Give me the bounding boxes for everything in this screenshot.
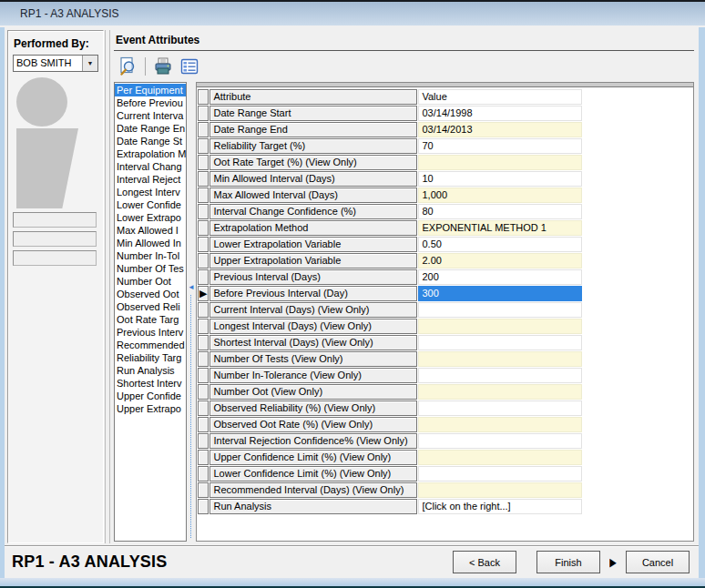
attribute-cell[interactable]: Number Of Tests (View Only) — [209, 351, 417, 367]
value-cell[interactable]: 1,000 — [418, 188, 582, 203]
row-marker-cell[interactable] — [198, 269, 209, 285]
row-marker-cell[interactable] — [198, 171, 209, 187]
value-cell[interactable] — [418, 351, 582, 367]
list-item[interactable]: Observed Oot — [115, 288, 186, 300]
attribute-cell[interactable]: Date Range End — [209, 122, 417, 137]
list-item[interactable]: Interval Chang — [115, 160, 186, 173]
list-item[interactable]: Extrapolation M — [115, 147, 186, 160]
attribute-cell[interactable]: Longest Interval (Days) (View Only) — [209, 319, 417, 334]
list-item[interactable]: Min Allowed In — [115, 237, 186, 249]
list-item[interactable]: Number Oot — [115, 275, 186, 288]
value-cell[interactable]: 03/14/2013 — [418, 122, 582, 137]
row-marker-cell[interactable] — [198, 417, 209, 432]
list-item[interactable]: Date Range St — [115, 135, 186, 147]
collapse-left-icon[interactable]: ◄ — [188, 284, 195, 291]
dropdown-arrow-button[interactable]: ▼ — [82, 56, 97, 71]
value-cell[interactable]: EXPONENTIAL METHOD 1 — [418, 220, 582, 236]
attribute-cell[interactable]: Current Interval (Days) (View Only) — [209, 302, 417, 318]
row-marker-cell[interactable] — [198, 450, 209, 465]
row-marker-cell[interactable] — [198, 106, 209, 121]
value-cell[interactable]: [Click on the right...] — [418, 499, 582, 514]
value-cell[interactable]: 0.50 — [418, 237, 582, 252]
report-view-button[interactable] — [179, 56, 200, 77]
value-cell[interactable] — [418, 466, 582, 482]
list-item[interactable]: Date Range En — [115, 122, 186, 135]
value-column-header[interactable]: Value — [418, 89, 582, 105]
list-item[interactable]: Lower Extrapo — [115, 211, 186, 224]
value-cell[interactable]: 03/14/1998 — [418, 106, 582, 121]
attribute-cell[interactable]: Extrapolation Method — [209, 220, 417, 236]
row-marker-cell[interactable] — [198, 138, 209, 154]
row-marker-cell[interactable] — [198, 237, 209, 252]
value-cell[interactable] — [418, 155, 582, 170]
attribute-cell[interactable]: Run Analysis — [209, 499, 417, 514]
attribute-cell[interactable]: Min Allowed Interval (Days) — [209, 171, 417, 187]
list-item[interactable]: Number Of Tes — [115, 262, 186, 275]
row-marker-cell[interactable] — [198, 319, 209, 334]
value-cell[interactable] — [418, 384, 582, 400]
panel-splitter[interactable] — [105, 30, 110, 543]
value-cell[interactable] — [418, 482, 582, 498]
row-marker-cell[interactable] — [198, 368, 209, 383]
attribute-cell[interactable]: Before Previous Interval (Day) — [209, 286, 417, 301]
value-cell[interactable] — [418, 335, 582, 350]
value-cell[interactable]: 10 — [418, 171, 582, 187]
list-item[interactable]: Previous Interv — [115, 326, 186, 339]
current-row-marker-icon[interactable]: ▶ — [198, 286, 209, 301]
value-cell[interactable] — [418, 368, 582, 383]
print-preview-button[interactable] — [117, 56, 138, 77]
list-item[interactable]: Number In-Tol — [115, 249, 186, 262]
attribute-cell[interactable]: Number Oot (View Only) — [209, 384, 417, 400]
attribute-cell[interactable]: Number In-Tolerance (View Only) — [209, 368, 417, 383]
attribute-cell[interactable]: Reliability Target (%) — [209, 138, 417, 154]
list-item[interactable]: Max Allowed I — [115, 224, 186, 237]
attribute-cell[interactable]: Observed Oot Rate (%) (View Only) — [209, 417, 417, 432]
value-cell[interactable] — [418, 400, 582, 416]
row-marker-cell[interactable] — [198, 433, 209, 449]
value-cell[interactable]: 200 — [418, 269, 582, 285]
list-grid-splitter[interactable]: ◄ — [187, 82, 196, 542]
attribute-cell[interactable]: Max Allowed Interval (Days) — [209, 188, 417, 203]
value-cell[interactable] — [418, 319, 582, 334]
attribute-cell[interactable]: Interval Rejection Confidence% (View Onl… — [209, 433, 417, 449]
row-marker-cell[interactable] — [198, 122, 209, 137]
row-marker-cell[interactable] — [198, 302, 209, 318]
list-item[interactable]: Reliability Targ — [115, 351, 186, 364]
list-item[interactable]: Upper Extrapo — [115, 402, 186, 415]
list-item[interactable]: Run Analysis — [115, 364, 186, 377]
value-cell[interactable] — [418, 302, 582, 318]
row-marker-cell[interactable] — [198, 155, 209, 170]
performed-by-dropdown[interactable]: BOB SMITH ▼ — [13, 55, 98, 72]
list-item[interactable]: Lower Confide — [115, 198, 186, 211]
value-cell[interactable]: 70 — [418, 138, 582, 154]
list-item[interactable]: Observed Reli — [115, 300, 186, 313]
value-cell[interactable] — [418, 433, 582, 449]
row-marker-cell[interactable] — [198, 482, 209, 498]
list-item[interactable]: Per Equipment — [115, 84, 186, 96]
attribute-cell[interactable]: Interval Change Confidence (%) — [209, 204, 417, 219]
value-cell[interactable] — [418, 450, 582, 465]
value-cell[interactable]: 2.00 — [418, 253, 582, 269]
next-panel-arrow-icon[interactable]: ▶ — [609, 555, 617, 569]
row-marker-cell[interactable] — [198, 400, 209, 416]
row-marker-cell[interactable] — [198, 253, 209, 269]
list-item[interactable]: Recommended — [115, 339, 186, 351]
list-item[interactable]: Oot Rate Targ — [115, 313, 186, 326]
row-marker-cell[interactable] — [198, 188, 209, 203]
value-cell[interactable] — [418, 417, 582, 432]
value-cell[interactable]: 300 — [418, 286, 582, 301]
cancel-button[interactable]: Cancel — [626, 551, 690, 573]
back-button[interactable]: < Back — [453, 551, 516, 573]
attribute-list[interactable]: Per EquipmentBefore PreviouCurrent Inter… — [114, 82, 187, 542]
row-marker-cell[interactable] — [198, 466, 209, 482]
attribute-cell[interactable]: Recommended Interval (Days) (View Only) — [209, 482, 417, 498]
finish-button[interactable]: Finish — [536, 551, 600, 573]
list-item[interactable]: Interval Reject — [115, 173, 186, 186]
attribute-column-header[interactable]: Attribute — [209, 89, 417, 105]
attribute-cell[interactable]: Lower Extrapolation Variable — [209, 237, 417, 252]
list-item[interactable]: Before Previou — [115, 96, 186, 109]
row-marker-cell[interactable] — [198, 384, 209, 400]
row-marker-cell[interactable] — [198, 220, 209, 236]
attribute-cell[interactable]: Lower Confidence Limit (%) (View Only) — [209, 466, 417, 482]
row-marker-cell[interactable] — [198, 351, 209, 367]
